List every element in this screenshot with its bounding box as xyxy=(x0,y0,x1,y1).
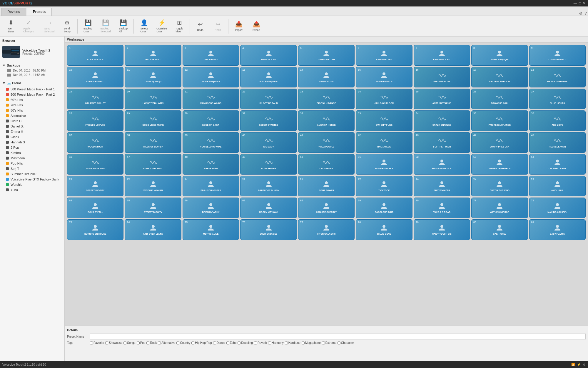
settings-status-icon[interactable]: ⚙ xyxy=(583,363,586,366)
tag-hip-hop/rap[interactable]: Hip Hop/Rap xyxy=(191,341,212,344)
preset-item-56[interactable]: 56WITCH E. WOMAN xyxy=(125,176,181,196)
tag-character[interactable]: Character xyxy=(338,341,354,344)
tag-pop[interactable]: Pop xyxy=(137,341,146,344)
preset-item-51[interactable]: 51TAYLOR SPARKS xyxy=(356,154,412,175)
tag-favorite[interactable]: Favorite xyxy=(90,341,104,344)
tag-alternative[interactable]: Alternative xyxy=(158,341,175,344)
backup-item-1[interactable]: Dec 04, 2015 - 02:50 PM xyxy=(0,68,64,73)
preset-item-7[interactable]: 7Ceceelya LH HIT xyxy=(414,45,470,66)
tag-echo[interactable]: Echo xyxy=(226,341,237,344)
preset-item-40[interactable]: 40ICE BABY xyxy=(240,132,297,153)
preset-item-43[interactable]: 431 OF THE TYGER xyxy=(414,132,470,153)
preset-item-33[interactable]: 33OWI CITY FLIES xyxy=(356,110,412,131)
backup-user-button[interactable]: 💾 BackupUser xyxy=(79,17,96,35)
cloud-header[interactable]: ▼ ☁ Cloud xyxy=(0,79,64,87)
preset-item-15[interactable]: 15Sinnamin Girl B xyxy=(356,67,412,87)
minimize-btn[interactable]: — xyxy=(574,1,577,5)
apply-changes-button[interactable]: ✓ ApplyChanges xyxy=(20,17,37,35)
cloud-item-3[interactable]: 70's Hits xyxy=(0,102,64,108)
preset-item-70[interactable]: 70TAKE A B ROAD xyxy=(414,198,470,218)
backup-all-button[interactable]: 💾 BackupAll xyxy=(115,17,132,35)
tag-checkbox-0[interactable] xyxy=(90,342,93,344)
cloud-item-0[interactable]: 500 Preset Mega Pack - Part 1 xyxy=(0,87,64,92)
preset-item-68[interactable]: 68CAN SEE CLEARLY xyxy=(298,198,355,218)
tag-checkbox-14[interactable] xyxy=(302,342,305,344)
cloud-item-1[interactable]: 500 Preset Mega Pack - Part 2 xyxy=(0,92,64,97)
preset-item-8[interactable]: 8Sweet Judy Eyes xyxy=(471,45,528,66)
cloud-item-15[interactable]: Serj T xyxy=(0,166,64,171)
preset-item-46[interactable]: 46LOSE YOUR M+M xyxy=(67,154,123,175)
tag-checkbox-11[interactable] xyxy=(254,342,257,344)
preset-item-24[interactable]: 24JAYLO ON FLOOR xyxy=(356,89,412,109)
tag-megaphone[interactable]: Megaphone xyxy=(302,341,321,344)
device-item[interactable]: VoiceLive Touch 2 Presets: 205/300 xyxy=(0,44,64,60)
tag-checkbox-13[interactable] xyxy=(285,342,288,344)
preset-item-21[interactable]: 21MUM&SONS WINDS xyxy=(183,89,239,109)
preset-item-37[interactable]: 37WOOD STOCK xyxy=(67,132,123,153)
preset-item-28[interactable]: 28FRIENDS LO PLCS xyxy=(67,110,123,131)
tag-checkbox-12[interactable] xyxy=(268,342,271,344)
preset-item-54[interactable]: 54UM BRELLA RIH xyxy=(529,154,586,175)
help-icon[interactable]: ? xyxy=(584,11,587,16)
preset-item-69[interactable]: 69C&COLOUR BIRD xyxy=(356,198,412,218)
preset-item-4[interactable]: 4TURN x3 H HIT xyxy=(240,45,297,66)
preset-item-39[interactable]: 39YOU BELONG W/ME xyxy=(183,132,239,153)
preset-item-61[interactable]: 61BRIT WMNIZER xyxy=(414,176,470,196)
preset-item-34[interactable]: 34CRAZY GNARLES xyxy=(414,110,470,131)
cloud-item-11[interactable]: J-Pop xyxy=(0,145,64,150)
preset-item-35[interactable]: 35PMORE IGNORANCE xyxy=(471,110,528,131)
tag-extreme[interactable]: Extreme xyxy=(322,341,336,344)
preset-item-77[interactable]: 77INTER GALACTIC xyxy=(298,219,355,240)
cloud-item-4[interactable]: 80's Hits xyxy=(0,108,64,113)
cloud-item-16[interactable]: Summer Hits 2013 xyxy=(0,171,64,177)
preset-item-60[interactable]: 60TICKTOCK xyxy=(356,176,412,196)
preset-item-76[interactable]: 76SOLDIER DIXIES xyxy=(240,219,297,240)
cloud-item-10[interactable]: Hannah S xyxy=(0,140,64,145)
tag-country[interactable]: Country xyxy=(176,341,190,344)
redo-button[interactable]: ↪ Redo xyxy=(209,17,226,35)
preset-item-47[interactable]: 47CLUB CANT HNDL xyxy=(125,154,181,175)
select-user-button[interactable]: 👤 SelectUser xyxy=(136,17,153,35)
preset-item-10[interactable]: 10I Gedda Round C xyxy=(67,67,123,87)
preset-item-13[interactable]: 13Who KantxplainC xyxy=(240,67,297,87)
preset-item-64[interactable]: 64BOYS O' FALL xyxy=(67,198,123,218)
preset-item-30[interactable]: 30EDGE OF GAGA xyxy=(183,110,239,131)
preset-item-65[interactable]: 65STREET DIGGITY xyxy=(125,198,181,218)
tag-songs[interactable]: Songs xyxy=(123,341,135,344)
toggle-view-button[interactable]: ⊞ ToggleView xyxy=(171,17,188,35)
preset-item-52[interactable]: 52MAMA SAID COOL xyxy=(414,154,470,175)
preset-item-71[interactable]: 71WAYNE'S MIRROR xyxy=(471,198,528,218)
send-setup-button[interactable]: ⚙ SendSetup xyxy=(59,17,76,35)
preset-item-16[interactable]: 16STAYING A LIVE xyxy=(414,67,470,87)
preset-item-66[interactable]: 66BREAKIN' ACHY xyxy=(183,198,239,218)
preset-item-42[interactable]: 42BNL 1 WEEK xyxy=(356,132,412,153)
preset-item-55[interactable]: 55STREET DIGGITY xyxy=(67,176,123,196)
tag-rock[interactable]: Rock xyxy=(146,341,157,344)
settings-icon[interactable]: ⚙ xyxy=(579,11,583,16)
tag-checkbox-6[interactable] xyxy=(176,342,179,344)
preset-item-5[interactable]: 5TURN x3 H-L HIT xyxy=(298,45,355,66)
preset-item-50[interactable]: 50CLOSER NIN xyxy=(298,154,355,175)
preset-item-14[interactable]: 14Sinnamin Girl xyxy=(298,67,355,87)
tab-devices[interactable]: Devices xyxy=(1,8,26,16)
preset-item-9[interactable]: 9I Gedda Round V xyxy=(529,45,586,66)
preset-item-63[interactable]: 63AWOL SAIL xyxy=(529,176,586,196)
tag-hardtune[interactable]: Hardtune xyxy=(285,341,300,344)
backup-selected-button[interactable]: 💾 BackupSelected xyxy=(97,17,114,35)
preset-item-1[interactable]: 1LUCY SKYYE V xyxy=(67,45,123,66)
preset-item-19[interactable]: 19GALAXIES OWL CT xyxy=(67,89,123,109)
tag-checkbox-3[interactable] xyxy=(137,342,140,344)
preset-item-17[interactable]: 17CALLING MAROON xyxy=(471,67,528,87)
optimise-user-button[interactable]: ⚡ OptimiseUser xyxy=(153,17,170,35)
preset-item-32[interactable]: 32AMERICA HORSE xyxy=(298,110,355,131)
tag-checkbox-7[interactable] xyxy=(191,342,194,344)
preset-item-81[interactable]: 81EASY FLATTS xyxy=(529,219,586,240)
cloud-item-17[interactable]: VoiceLive Play GTX Factory Bank xyxy=(0,177,64,182)
import-button[interactable]: 📥 Import xyxy=(230,17,247,35)
preset-item-27[interactable]: 27ELLIE LIGHTS xyxy=(529,89,586,109)
preset-item-80[interactable]: 80CALI HOTEL xyxy=(471,219,528,240)
preset-item-6[interactable]: 6Ceceelya L HIT xyxy=(356,45,412,66)
preset-item-29[interactable]: 29GOOD VIBES MMRK xyxy=(125,110,181,131)
preset-item-23[interactable]: 23DIGITAL U DANCE xyxy=(298,89,355,109)
tag-checkbox-10[interactable] xyxy=(238,342,240,344)
